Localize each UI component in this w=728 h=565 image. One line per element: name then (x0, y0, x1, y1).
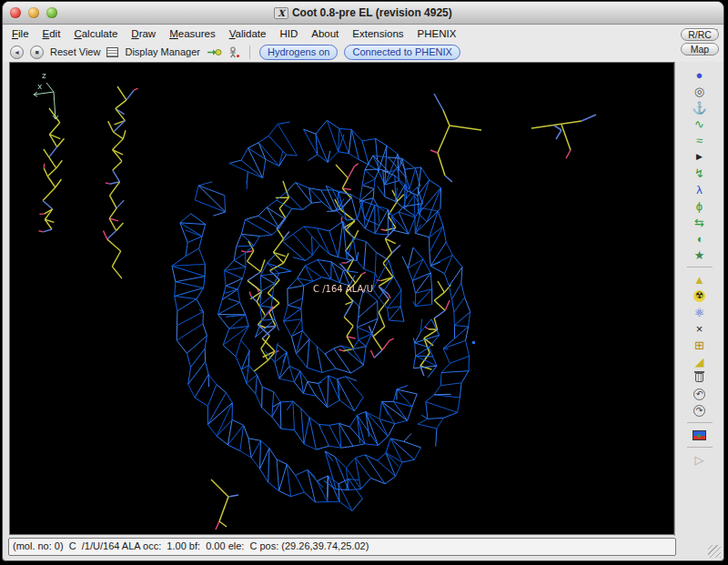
flip-peptide-icon[interactable]: ⇆ (694, 215, 704, 229)
atom-cross-icon[interactable]: × (696, 321, 703, 336)
brush-icon[interactable]: ◢ (695, 354, 704, 368)
run-refmac-flag-icon[interactable] (693, 428, 706, 442)
mutate-residue-icon[interactable]: ☢ (693, 288, 705, 303)
redo-icon[interactable]: ↷ (693, 403, 705, 418)
display-sphere-icon[interactable]: ● (696, 67, 703, 82)
edit-chi-angles-icon[interactable]: λ (696, 182, 703, 197)
menu-measures[interactable]: Measures (169, 28, 216, 39)
toolbar: ◄ ■ Reset View Display Manager Hydrogens… (3, 42, 723, 62)
regularize-zone-icon[interactable]: ≈ (696, 133, 703, 147)
anchor-icon[interactable]: ⚓ (692, 100, 706, 115)
app-window: XCoot 0.8-pre EL (revision 4925) FileEdi… (2, 1, 724, 561)
toolbar-collapse-button[interactable]: ◄ (10, 45, 24, 59)
menu-draw[interactable]: Draw (131, 28, 156, 39)
expand-tools-icon[interactable]: ▶ (696, 149, 703, 164)
resize-grip[interactable] (708, 545, 721, 558)
menu-validate[interactable]: Validate (229, 28, 267, 39)
3d-viewport[interactable] (10, 63, 673, 534)
recentre-icon[interactable]: ◎ (694, 84, 704, 98)
display-manager-icon[interactable] (106, 47, 118, 57)
main-area: ●◎⚓∿≈▶↯λϕ⇆◖★▲☢⚛×⊞◢↶↷▷ (3, 62, 723, 536)
undo-icon[interactable]: ↶ (693, 387, 705, 401)
toolbar-stop-button[interactable]: ■ (30, 45, 44, 59)
menu-bar: FileEditCalculateDrawMeasuresValidateHID… (3, 25, 723, 42)
sidebar-separator (687, 447, 713, 448)
status-bar: (mol. no: 0) C /1/U/164 ALA occ: 1.00 bf… (8, 538, 676, 556)
sidebar-separator (687, 422, 713, 423)
menu-file[interactable]: File (12, 28, 29, 39)
sidebar-separator (687, 267, 713, 267)
add-terminal-residue-icon[interactable]: ▲ (693, 272, 705, 287)
pill-connected-to-phenix[interactable]: Connected to PHENIX (344, 45, 460, 60)
reset-view-button[interactable]: Reset View (50, 46, 100, 57)
go-to-atom-icon[interactable] (207, 47, 222, 57)
menu-extensions[interactable]: Extensions (352, 28, 403, 39)
jed-flip-icon[interactable]: ★ (694, 247, 705, 262)
display-manager-button[interactable]: Display Manager (125, 46, 200, 57)
menu-edit[interactable]: Edit (43, 28, 61, 39)
real-space-refine-icon[interactable]: ∿ (694, 116, 704, 131)
auto-fit-rotamer-icon[interactable]: ↯ (694, 166, 704, 180)
gl-canvas-frame (9, 62, 674, 535)
menu-phenix[interactable]: PHENIX (418, 28, 457, 39)
pill-hydrogens-on[interactable]: Hydrogens on (259, 45, 339, 60)
rrc-button[interactable]: R/RC (681, 28, 719, 41)
window-title: XCoot 0.8-pre EL (revision 4925) (3, 6, 723, 19)
toolbar-separator (249, 45, 250, 59)
title-bar[interactable]: XCoot 0.8-pre EL (revision 4925) (3, 2, 723, 25)
side-chain-flip-icon[interactable]: ◖ (696, 231, 703, 246)
window-title-text: Coot 0.8-pre EL (revision 4925) (292, 6, 452, 19)
menu-calculate[interactable]: Calculate (74, 28, 117, 39)
add-alt-conf-icon[interactable]: ⚛ (694, 305, 705, 319)
model-toolbar: ●◎⚓∿≈▶↯λϕ⇆◖★▲☢⚛×⊞◢↶↷▷ (674, 62, 723, 536)
x11-icon: X (274, 7, 288, 19)
map-button[interactable]: Map (681, 43, 719, 55)
add-atom-icon[interactable]: ⊞ (694, 338, 704, 352)
menu-about[interactable]: About (311, 28, 339, 39)
torsion-general-icon[interactable]: ϕ (696, 198, 703, 213)
play-icon[interactable]: ▷ (695, 452, 704, 467)
menu-hid[interactable]: HID (279, 28, 298, 39)
delete-item-icon[interactable] (695, 370, 703, 385)
stick-figure-icon[interactable] (228, 46, 240, 58)
